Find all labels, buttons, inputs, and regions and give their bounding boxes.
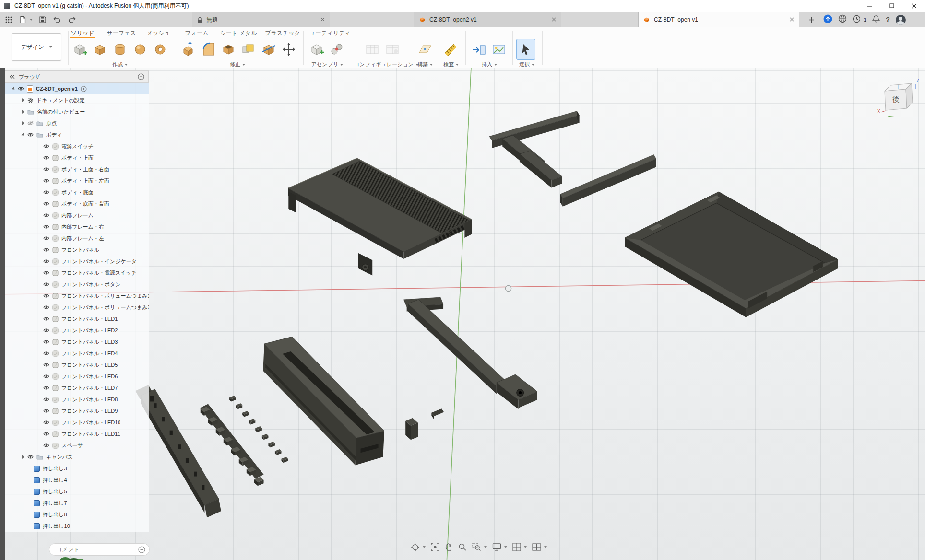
shell-tool-icon[interactable] (219, 39, 238, 60)
visibility-eye-icon[interactable] (43, 155, 49, 160)
app-grid-menu-icon[interactable] (5, 16, 12, 23)
look-at-button[interactable] (431, 543, 439, 551)
browser-body-row[interactable]: フロントパネル・ボリュームつまみ1 (5, 290, 149, 302)
expand-triangle-icon[interactable] (12, 86, 16, 91)
browser-body-row[interactable]: ボディ・上面 (5, 152, 149, 163)
browser-extrude-row[interactable]: 押し出し8 (5, 509, 149, 520)
construction-plane-tool-icon[interactable] (415, 39, 435, 60)
orbit-tool-button[interactable] (411, 543, 426, 552)
collapsed-side-panel[interactable] (0, 12, 5, 560)
browser-body-row[interactable]: フロントパネル・ボタン (5, 279, 149, 290)
browser-extrude-row[interactable]: 押し出し7 (5, 497, 149, 509)
visibility-eye-icon[interactable] (43, 224, 49, 229)
browser-body-row[interactable]: フロントパネル・インジケータ (5, 256, 149, 267)
visibility-eye-icon[interactable] (43, 339, 49, 344)
visibility-eye-icon[interactable] (43, 282, 49, 287)
browser-body-row[interactable]: 内部フレーム・右 (5, 221, 149, 233)
browser-body-row[interactable]: フロントパネル・LED8 (5, 394, 149, 405)
tab-close-icon[interactable] (552, 16, 556, 23)
activate-target-icon[interactable] (81, 86, 87, 92)
viewports-button[interactable] (532, 543, 547, 551)
visibility-eye-icon[interactable] (43, 420, 49, 425)
part-side-rail[interactable] (404, 297, 537, 409)
browser-body-row[interactable]: フロントパネル・LED6 (5, 371, 149, 382)
browser-extrude-row[interactable]: 押し出し10 (5, 520, 149, 532)
visibility-eye-icon[interactable] (43, 247, 49, 252)
new-tab-button[interactable] (805, 14, 818, 25)
browser-body-row[interactable]: 内部フレーム (5, 210, 149, 221)
group-configuration-dropdown[interactable]: コンフィギュレーション (354, 61, 418, 68)
ribbon-tab-mesh[interactable]: メッシュ (145, 28, 171, 38)
primitive-sphere-tool-icon[interactable] (130, 39, 150, 60)
browser-body-row[interactable]: スペーサ (5, 440, 149, 451)
browser-row-bodies-folder[interactable]: ボディ (5, 129, 149, 140)
extensions-icon[interactable] (838, 14, 847, 25)
browser-body-row[interactable]: フロントパネル・LED9 (5, 405, 149, 417)
browser-extrude-row[interactable]: 押し出し5 (5, 486, 149, 497)
redo-icon[interactable] (68, 16, 76, 23)
primitive-torus-tool-icon[interactable] (151, 39, 170, 60)
part-button-rail[interactable] (200, 404, 264, 486)
ribbon-tab-plastic[interactable]: プラスチック (264, 28, 301, 38)
browser-body-row[interactable]: フロントパネル・LED7 (5, 382, 149, 394)
group-modify-dropdown[interactable]: 修正 (230, 61, 245, 68)
browser-body-row[interactable]: 内部フレーム・左 (5, 233, 149, 244)
pan-hand-button[interactable] (445, 543, 453, 551)
expand-triangle-icon[interactable] (21, 132, 25, 137)
ribbon-tab-solid[interactable]: ソリッド (70, 28, 95, 38)
browser-body-row[interactable]: フロントパネル・LED1 (5, 313, 149, 325)
visibility-eye-icon[interactable] (43, 328, 49, 333)
visibility-eye-icon[interactable] (43, 270, 49, 275)
part-rear-frame[interactable] (489, 111, 656, 207)
visibility-eye-icon[interactable] (43, 167, 49, 172)
group-select-dropdown[interactable]: 選択 (519, 61, 534, 68)
visibility-eye-icon[interactable] (43, 190, 49, 195)
browser-row-document-settings[interactable]: ドキュメントの設定 (5, 94, 149, 106)
browser-body-row[interactable]: フロントパネル・LED2 (5, 325, 149, 336)
measure-tool-icon[interactable] (441, 39, 461, 60)
new-component-tool-icon[interactable] (307, 39, 326, 60)
visibility-eye-icon[interactable] (18, 86, 24, 91)
visibility-eye-icon[interactable] (43, 236, 49, 241)
browser-body-row[interactable]: フロントパネル・LED10 (5, 417, 149, 428)
part-top-cover[interactable] (288, 158, 472, 276)
visibility-off-eye-icon[interactable] (27, 121, 34, 126)
comment-bar[interactable] (49, 543, 150, 556)
primitive-cylinder-tool-icon[interactable] (110, 39, 130, 60)
comment-input[interactable] (56, 546, 134, 553)
visibility-eye-icon[interactable] (43, 408, 49, 413)
workspace-selector[interactable]: デザイン (12, 33, 61, 61)
visibility-eye-icon[interactable] (43, 351, 49, 356)
browser-row-named-views[interactable]: 名前の付いたビュー (5, 106, 149, 117)
visibility-eye-icon[interactable] (43, 213, 49, 218)
ribbon-tab-utility[interactable]: ユーティリティ (308, 28, 352, 38)
visibility-eye-icon[interactable] (43, 178, 49, 183)
document-tab-open-active[interactable]: CZ-8DT_open v1 (638, 12, 799, 27)
visibility-eye-icon[interactable] (43, 259, 49, 264)
panel-minimize-icon[interactable] (138, 73, 144, 80)
tab-close-icon[interactable] (320, 16, 325, 23)
browser-body-row[interactable]: 電源スイッチ (5, 140, 149, 152)
visibility-eye-icon[interactable] (43, 201, 49, 206)
visibility-eye-icon[interactable] (27, 132, 34, 137)
tab-close-icon[interactable] (790, 16, 794, 23)
expand-triangle-icon[interactable] (22, 98, 24, 102)
visibility-eye-icon[interactable] (43, 374, 49, 379)
select-tool-icon[interactable] (516, 39, 535, 60)
browser-body-row[interactable]: フロントパネル・ボリュームつまみ2 (5, 302, 149, 313)
view-cube[interactable]: 後 上 Z X (875, 77, 923, 122)
notifications-clock-icon[interactable] (853, 15, 861, 25)
save-icon[interactable] (39, 16, 47, 23)
user-avatar[interactable] (896, 15, 906, 25)
browser-body-row[interactable]: フロントパネル (5, 244, 149, 256)
browser-body-row[interactable]: フロントパネル・LED4 (5, 348, 149, 359)
visibility-eye-icon[interactable] (43, 385, 49, 390)
browser-body-row[interactable]: フロントパネル・LED5 (5, 359, 149, 371)
undo-icon[interactable] (53, 16, 61, 23)
visibility-eye-icon[interactable] (43, 293, 49, 298)
visibility-eye-icon[interactable] (43, 432, 49, 436)
fillet-tool-icon[interactable] (199, 39, 218, 60)
visibility-eye-icon[interactable] (43, 144, 49, 149)
move-copy-tool-icon[interactable] (279, 39, 298, 60)
ribbon-tab-surface[interactable]: サーフェス (106, 28, 137, 38)
